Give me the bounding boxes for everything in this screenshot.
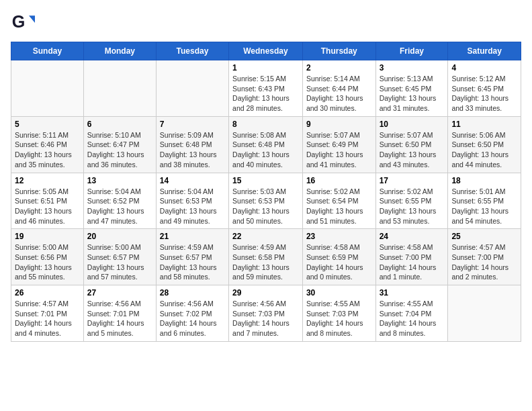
calendar-week-row: 5Sunrise: 5:11 AMSunset: 6:46 PMDaylight… bbox=[11, 116, 521, 173]
day-number: 21 bbox=[160, 232, 225, 241]
day-info: Sunrise: 4:57 AMSunset: 7:01 PMDaylight:… bbox=[15, 299, 80, 338]
calendar-cell bbox=[156, 60, 228, 117]
day-info: Sunrise: 5:15 AMSunset: 6:43 PMDaylight:… bbox=[232, 74, 299, 113]
weekday-header-wednesday: Wednesday bbox=[229, 42, 303, 60]
calendar-cell: 14Sunrise: 5:04 AMSunset: 6:53 PMDayligh… bbox=[156, 173, 228, 229]
svg-text:G: G bbox=[12, 12, 26, 31]
day-info: Sunrise: 5:04 AMSunset: 6:52 PMDaylight:… bbox=[87, 187, 152, 226]
day-info: Sunrise: 4:56 AMSunset: 7:01 PMDaylight:… bbox=[87, 299, 152, 338]
day-info: Sunrise: 5:02 AMSunset: 6:54 PMDaylight:… bbox=[306, 187, 372, 226]
day-number: 5 bbox=[15, 120, 80, 129]
calendar-cell bbox=[83, 60, 156, 117]
day-number: 4 bbox=[451, 63, 517, 73]
day-number: 7 bbox=[160, 120, 225, 129]
weekday-header-saturday: Saturday bbox=[448, 42, 521, 60]
calendar-cell: 4Sunrise: 5:12 AMSunset: 6:45 PMDaylight… bbox=[448, 60, 521, 117]
day-info: Sunrise: 4:57 AMSunset: 7:00 PMDaylight:… bbox=[451, 242, 517, 282]
day-number: 31 bbox=[380, 288, 445, 298]
calendar-cell: 28Sunrise: 4:56 AMSunset: 7:02 PMDayligh… bbox=[156, 285, 228, 342]
day-number: 15 bbox=[232, 176, 299, 185]
calendar-cell: 19Sunrise: 5:00 AMSunset: 6:56 PMDayligh… bbox=[11, 229, 84, 285]
day-info: Sunrise: 4:55 AMSunset: 7:04 PMDaylight:… bbox=[380, 299, 445, 338]
weekday-header-thursday: Thursday bbox=[302, 42, 375, 60]
day-info: Sunrise: 5:09 AMSunset: 6:48 PMDaylight:… bbox=[160, 130, 225, 170]
calendar-cell: 12Sunrise: 5:05 AMSunset: 6:51 PMDayligh… bbox=[11, 173, 84, 229]
day-number: 28 bbox=[160, 288, 225, 298]
day-info: Sunrise: 5:06 AMSunset: 6:50 PMDaylight:… bbox=[451, 130, 517, 170]
calendar-header-row: SundayMondayTuesdayWednesdayThursdayFrid… bbox=[11, 42, 521, 60]
calendar-week-row: 12Sunrise: 5:05 AMSunset: 6:51 PMDayligh… bbox=[11, 173, 521, 229]
calendar-cell: 16Sunrise: 5:02 AMSunset: 6:54 PMDayligh… bbox=[302, 173, 375, 229]
day-info: Sunrise: 5:07 AMSunset: 6:50 PMDaylight:… bbox=[380, 130, 445, 170]
calendar-cell: 29Sunrise: 4:56 AMSunset: 7:03 PMDayligh… bbox=[229, 285, 303, 342]
day-info: Sunrise: 5:14 AMSunset: 6:44 PMDaylight:… bbox=[306, 74, 372, 113]
day-number: 6 bbox=[87, 120, 152, 129]
day-info: Sunrise: 5:02 AMSunset: 6:55 PMDaylight:… bbox=[380, 187, 445, 226]
calendar-cell: 25Sunrise: 4:57 AMSunset: 7:00 PMDayligh… bbox=[448, 229, 521, 285]
calendar-week-row: 26Sunrise: 4:57 AMSunset: 7:01 PMDayligh… bbox=[11, 285, 521, 342]
weekday-header-monday: Monday bbox=[83, 42, 156, 60]
weekday-header-tuesday: Tuesday bbox=[156, 42, 228, 60]
day-info: Sunrise: 4:59 AMSunset: 6:58 PMDaylight:… bbox=[232, 242, 299, 282]
calendar-cell: 30Sunrise: 4:55 AMSunset: 7:03 PMDayligh… bbox=[302, 285, 375, 342]
day-number: 11 bbox=[451, 120, 517, 129]
day-info: Sunrise: 5:00 AMSunset: 6:56 PMDaylight:… bbox=[15, 242, 80, 282]
calendar-cell bbox=[448, 285, 521, 342]
calendar-cell bbox=[11, 60, 84, 117]
page-header: G bbox=[11, 11, 521, 35]
calendar-cell: 10Sunrise: 5:07 AMSunset: 6:50 PMDayligh… bbox=[375, 116, 448, 173]
calendar-cell: 6Sunrise: 5:10 AMSunset: 6:47 PMDaylight… bbox=[83, 116, 156, 173]
calendar-week-row: 1Sunrise: 5:15 AMSunset: 6:43 PMDaylight… bbox=[11, 60, 521, 117]
day-number: 17 bbox=[380, 176, 445, 185]
calendar-cell: 2Sunrise: 5:14 AMSunset: 6:44 PMDaylight… bbox=[302, 60, 375, 117]
weekday-header-friday: Friday bbox=[375, 42, 448, 60]
day-number: 26 bbox=[15, 288, 80, 298]
weekday-header-sunday: Sunday bbox=[11, 42, 84, 60]
day-info: Sunrise: 5:12 AMSunset: 6:45 PMDaylight:… bbox=[451, 74, 517, 113]
day-info: Sunrise: 5:01 AMSunset: 6:55 PMDaylight:… bbox=[451, 187, 517, 226]
day-info: Sunrise: 4:56 AMSunset: 7:03 PMDaylight:… bbox=[232, 299, 299, 338]
day-number: 16 bbox=[306, 176, 372, 185]
calendar-cell: 13Sunrise: 5:04 AMSunset: 6:52 PMDayligh… bbox=[83, 173, 156, 229]
calendar-cell: 7Sunrise: 5:09 AMSunset: 6:48 PMDaylight… bbox=[156, 116, 228, 173]
day-number: 18 bbox=[451, 176, 517, 185]
calendar-cell: 17Sunrise: 5:02 AMSunset: 6:55 PMDayligh… bbox=[375, 173, 448, 229]
calendar-cell: 22Sunrise: 4:59 AMSunset: 6:58 PMDayligh… bbox=[229, 229, 303, 285]
day-number: 30 bbox=[306, 288, 372, 298]
day-number: 2 bbox=[306, 63, 372, 73]
day-number: 19 bbox=[15, 232, 80, 241]
calendar-cell: 3Sunrise: 5:13 AMSunset: 6:45 PMDaylight… bbox=[375, 60, 448, 117]
day-number: 29 bbox=[232, 288, 299, 298]
day-info: Sunrise: 5:00 AMSunset: 6:57 PMDaylight:… bbox=[87, 242, 152, 282]
day-number: 23 bbox=[306, 232, 372, 241]
calendar-cell: 21Sunrise: 4:59 AMSunset: 6:57 PMDayligh… bbox=[156, 229, 228, 285]
day-number: 9 bbox=[306, 120, 372, 129]
day-info: Sunrise: 5:10 AMSunset: 6:47 PMDaylight:… bbox=[87, 130, 152, 170]
calendar-cell: 20Sunrise: 5:00 AMSunset: 6:57 PMDayligh… bbox=[83, 229, 156, 285]
day-info: Sunrise: 4:58 AMSunset: 7:00 PMDaylight:… bbox=[380, 242, 445, 282]
day-info: Sunrise: 5:04 AMSunset: 6:53 PMDaylight:… bbox=[160, 187, 225, 226]
day-info: Sunrise: 5:13 AMSunset: 6:45 PMDaylight:… bbox=[380, 74, 445, 113]
day-info: Sunrise: 4:56 AMSunset: 7:02 PMDaylight:… bbox=[160, 299, 225, 338]
day-number: 3 bbox=[380, 63, 445, 73]
day-info: Sunrise: 4:55 AMSunset: 7:03 PMDaylight:… bbox=[306, 299, 372, 338]
day-info: Sunrise: 4:58 AMSunset: 6:59 PMDaylight:… bbox=[306, 242, 372, 282]
day-info: Sunrise: 4:59 AMSunset: 6:57 PMDaylight:… bbox=[160, 242, 225, 282]
day-info: Sunrise: 5:08 AMSunset: 6:48 PMDaylight:… bbox=[232, 130, 299, 170]
calendar-cell: 18Sunrise: 5:01 AMSunset: 6:55 PMDayligh… bbox=[448, 173, 521, 229]
day-number: 13 bbox=[87, 176, 152, 185]
day-number: 12 bbox=[15, 176, 80, 185]
day-number: 24 bbox=[380, 232, 445, 241]
calendar-cell: 11Sunrise: 5:06 AMSunset: 6:50 PMDayligh… bbox=[448, 116, 521, 173]
calendar-table: SundayMondayTuesdayWednesdayThursdayFrid… bbox=[11, 42, 521, 342]
day-info: Sunrise: 5:11 AMSunset: 6:46 PMDaylight:… bbox=[15, 130, 80, 170]
calendar-week-row: 19Sunrise: 5:00 AMSunset: 6:56 PMDayligh… bbox=[11, 229, 521, 285]
calendar-cell: 31Sunrise: 4:55 AMSunset: 7:04 PMDayligh… bbox=[375, 285, 448, 342]
calendar-cell: 5Sunrise: 5:11 AMSunset: 6:46 PMDaylight… bbox=[11, 116, 84, 173]
logo-icon: G bbox=[11, 11, 35, 35]
day-number: 25 bbox=[451, 232, 517, 241]
day-number: 10 bbox=[380, 120, 445, 129]
day-info: Sunrise: 5:03 AMSunset: 6:53 PMDaylight:… bbox=[232, 187, 299, 226]
logo: G bbox=[11, 11, 36, 35]
day-number: 20 bbox=[87, 232, 152, 241]
